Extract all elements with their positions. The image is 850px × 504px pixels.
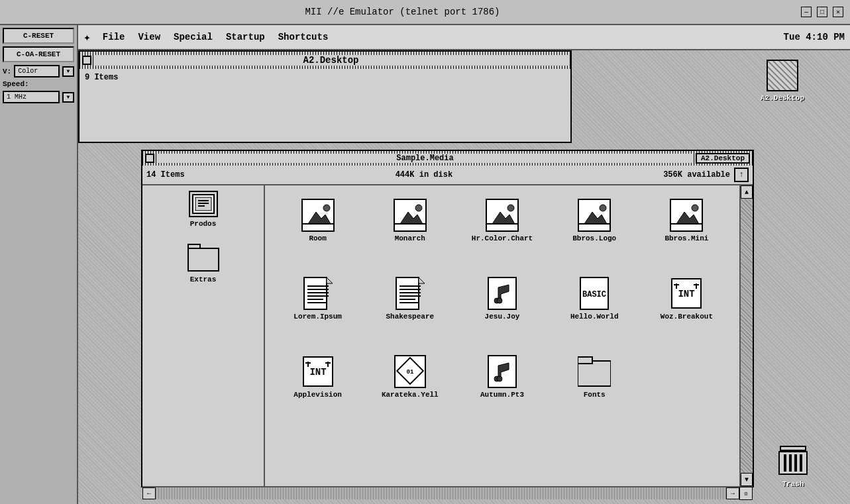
extras-item[interactable]: Extras bbox=[187, 244, 219, 283]
svg-rect-65 bbox=[578, 357, 592, 364]
file-label-applevision: Applevision bbox=[293, 391, 342, 399]
file-icon-wrapper bbox=[578, 355, 611, 388]
vertical-scrollbar[interactable]: ▲ ▼ bbox=[739, 185, 753, 486]
a2desktop-titlebar[interactable]: A2.Desktop bbox=[80, 52, 570, 69]
file-label-hello-world: Hello.World bbox=[570, 313, 619, 321]
file-item-hr-color-chart[interactable]: Hr.Color.Chart bbox=[456, 192, 548, 270]
emulator-screen: ✦ File View Special Startup Shortcuts Tu… bbox=[78, 25, 850, 504]
left-panel: Prodos Extras bbox=[142, 185, 265, 486]
svg-point-43 bbox=[497, 298, 502, 303]
hd-icon bbox=[767, 60, 798, 91]
svg-text:INT: INT bbox=[678, 289, 695, 299]
speed-select[interactable]: 1 MHz bbox=[3, 91, 60, 103]
file-label-jesu-joy: Jesu.Joy bbox=[485, 313, 520, 321]
items-count: 14 Items bbox=[146, 170, 185, 179]
file-label-woz-breakout: Woz.Breakout bbox=[661, 313, 713, 321]
file-grid: Room Monarch Hr.Color.Chart bbox=[265, 185, 739, 433]
file-icon-wrapper bbox=[486, 277, 519, 310]
svg-point-7 bbox=[323, 205, 330, 211]
scroll-up-btn[interactable]: ▲ bbox=[741, 185, 753, 199]
scroll-down-btn[interactable]: ▼ bbox=[741, 473, 753, 486]
prodos-item[interactable]: Prodos bbox=[189, 191, 218, 228]
file-icon-wrapper: INT bbox=[301, 355, 335, 388]
apple-menu-icon[interactable]: ✦ bbox=[83, 30, 91, 44]
file-icon-wrapper bbox=[301, 199, 335, 232]
horizontal-scrollbar[interactable]: ← → ⊡ bbox=[142, 486, 753, 499]
file-item-jesu-joy[interactable]: Jesu.Joy bbox=[456, 270, 548, 348]
samplemedia-close-box[interactable] bbox=[145, 154, 154, 163]
title-text: MII //e Emulator (telnet port 1786) bbox=[7, 7, 798, 17]
svg-rect-2 bbox=[198, 200, 209, 201]
menu-startup[interactable]: Startup bbox=[219, 29, 272, 45]
menu-shortcuts[interactable]: Shortcuts bbox=[272, 29, 335, 45]
menu-view[interactable]: View bbox=[131, 29, 167, 45]
svg-text:01: 01 bbox=[406, 369, 413, 376]
v-label: V: bbox=[3, 68, 11, 76]
color-select[interactable]: Color bbox=[14, 65, 60, 77]
up-arrow-button[interactable]: ↑ bbox=[734, 168, 749, 182]
menu-file[interactable]: File bbox=[96, 29, 132, 45]
main-layout: C-RESET C-OA-RESET V: Color ▼ Speed: 1 M… bbox=[0, 25, 850, 504]
file-item-bbros-logo[interactable]: Bbros.Logo bbox=[549, 192, 641, 270]
file-item-karateka-yell[interactable]: 01 Karateka.Yell bbox=[364, 348, 456, 427]
file-item-autumn-pt3[interactable]: Autumn.Pt3 bbox=[456, 348, 548, 427]
svg-point-23 bbox=[692, 205, 698, 211]
size-box[interactable]: ⊡ bbox=[739, 487, 753, 500]
file-item-bbros-mini[interactable]: Bbros.Mini bbox=[641, 192, 733, 270]
clock: Tue 4:10 PM bbox=[784, 32, 845, 42]
file-item-lorem-ipsum[interactable]: Lorem.Ipsum bbox=[272, 270, 364, 348]
creset-button[interactable]: C-RESET bbox=[3, 28, 74, 44]
file-icon-wrapper bbox=[394, 199, 427, 232]
coareset-button[interactable]: C-OA-RESET bbox=[3, 46, 74, 62]
maximize-button[interactable]: □ bbox=[817, 7, 827, 17]
folder-icon bbox=[578, 356, 611, 387]
file-item-woz-breakout[interactable]: INT Woz.Breakout bbox=[641, 270, 733, 348]
svg-rect-3 bbox=[198, 203, 209, 204]
close-button[interactable]: ✕ bbox=[833, 7, 843, 17]
hscroll-right-btn[interactable]: → bbox=[726, 487, 739, 499]
hd-desktop-icon[interactable]: A2.Desktop bbox=[758, 57, 807, 105]
svg-point-11 bbox=[415, 205, 422, 211]
svg-point-15 bbox=[507, 205, 514, 211]
window-controls: — □ ✕ bbox=[798, 7, 843, 17]
desktop: A2.Desktop 9 Items Sample.Media A2.Deskt… bbox=[78, 50, 850, 504]
music-icon bbox=[488, 355, 517, 388]
window-content-area: Prodos Extras bbox=[142, 185, 753, 486]
samplemedia-titlebar[interactable]: Sample.Media A2.Desktop bbox=[142, 151, 753, 166]
svg-rect-64 bbox=[578, 361, 611, 386]
svg-text:INT: INT bbox=[309, 367, 326, 378]
file-label-shakespeare: Shakespeare bbox=[386, 313, 434, 321]
diamond-icon: 01 bbox=[394, 355, 426, 388]
speed-dropdown-arrow[interactable]: ▼ bbox=[62, 92, 74, 103]
file-item-hello-world[interactable]: BASIC Hello.World bbox=[549, 270, 641, 348]
prodos-icon bbox=[189, 191, 218, 217]
extras-label: Extras bbox=[190, 276, 217, 283]
file-label-bbros-mini: Bbros.Mini bbox=[664, 234, 708, 242]
file-item-shakespeare[interactable]: Shakespeare bbox=[364, 270, 456, 348]
speed-value-row: 1 MHz ▼ bbox=[3, 91, 74, 103]
color-dropdown-arrow[interactable]: ▼ bbox=[62, 66, 74, 77]
samplemedia-window: Sample.Media A2.Desktop 14 Items 444K in… bbox=[141, 150, 754, 487]
document-icon bbox=[303, 277, 333, 310]
minimize-button[interactable]: — bbox=[801, 7, 812, 17]
hd-icon-label: A2.Desktop bbox=[761, 94, 804, 102]
file-item-room[interactable]: Room bbox=[272, 192, 364, 270]
file-item-applevision[interactable]: INT Applevision bbox=[272, 348, 364, 427]
file-label-fonts: Fonts bbox=[584, 391, 606, 399]
file-label-lorem-ipsum: Lorem.Ipsum bbox=[293, 313, 342, 321]
file-item-monarch[interactable]: Monarch bbox=[364, 192, 456, 270]
a2desktop-close-box[interactable] bbox=[82, 56, 91, 65]
int-icon: INT bbox=[671, 278, 702, 309]
menu-special[interactable]: Special bbox=[167, 29, 219, 45]
int-icon: INT bbox=[303, 356, 333, 387]
file-icon-wrapper bbox=[394, 277, 427, 310]
samplemedia-title: Sample.Media bbox=[157, 154, 693, 163]
file-item-fonts[interactable]: Fonts bbox=[549, 348, 641, 427]
file-label-room: Room bbox=[309, 234, 326, 242]
trash-icon[interactable]: Trash bbox=[776, 443, 810, 491]
hscroll-left-btn[interactable]: ← bbox=[142, 487, 156, 499]
speed-row: Speed: bbox=[3, 80, 74, 88]
image-icon bbox=[394, 199, 427, 232]
file-icon-wrapper bbox=[301, 277, 335, 310]
v-row: V: Color ▼ bbox=[3, 65, 74, 77]
